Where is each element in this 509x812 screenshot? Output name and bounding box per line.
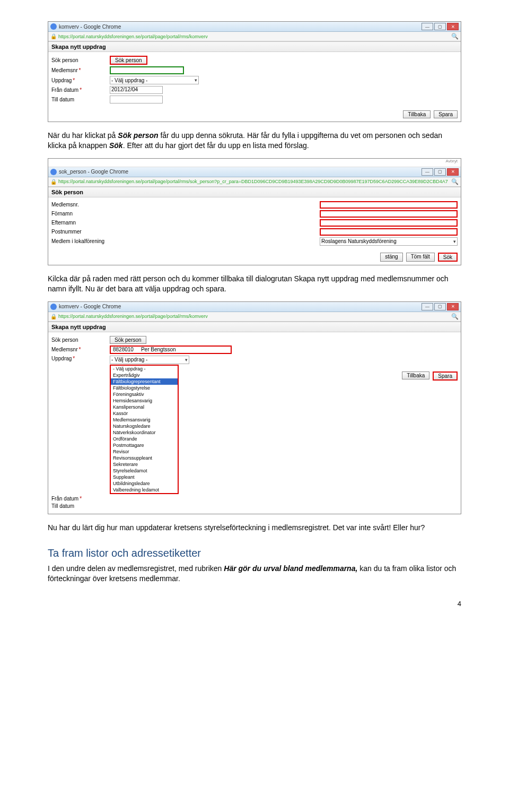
url-text: https://portal.naturskyddsforeningen.se/…	[58, 34, 448, 39]
member-name: Per Bengtsson	[141, 347, 176, 352]
uppdrag-option[interactable]: Revisorssuppleant	[111, 455, 178, 461]
maximize-button[interactable]: ▢	[434, 303, 446, 310]
label-medlemsnr: Medlemsnr.	[51, 202, 110, 208]
window-title: komverv - Google Chrome	[59, 24, 422, 30]
parent-window-hint: Avbryt	[48, 159, 461, 167]
uppdrag-option[interactable]: Medlemsansvarig	[111, 417, 178, 423]
close-button[interactable]: ✕	[447, 168, 459, 176]
uppdrag-option[interactable]: Expertrådgiv	[111, 372, 178, 378]
section-header: Sök person	[48, 187, 461, 197]
heading-ta-fram-listor: Ta fram listor och adressetiketter	[48, 547, 461, 559]
titlebar: komverv - Google Chrome — ▢ ✕	[48, 22, 461, 32]
button-row: Tillbaka Spara	[48, 108, 461, 122]
member-number: 8828010	[113, 347, 134, 352]
uppdrag-option[interactable]: Föreningsaktiv	[111, 391, 178, 398]
tillbaka-button[interactable]: Tillbaka	[402, 372, 429, 379]
address-bar: 🔒 https://portal.naturskyddsforeningen.s…	[48, 177, 461, 187]
select-value: - Välj uppdrag -	[111, 77, 147, 83]
screenshot-sok-person: Avbryt sok_person - Google Chrome — ▢ ✕ …	[48, 158, 461, 265]
uppdrag-option[interactable]: Nätverkskoordinator	[111, 429, 178, 436]
titlebar: sok_person - Google Chrome — ▢ ✕	[48, 167, 461, 177]
medlemsnr-field[interactable]	[110, 66, 184, 74]
select-value: - Välj uppdrag -	[111, 357, 147, 362]
uppdrag-option[interactable]: Suppleant	[111, 474, 178, 480]
uppdrag-option[interactable]: Hemsidesansvarig	[111, 398, 178, 404]
label-fornamn: Förnamn	[51, 211, 110, 217]
chevron-down-icon: ▾	[195, 77, 197, 83]
uppdrag-option[interactable]: Utbildningsledare	[111, 480, 178, 487]
minimize-button[interactable]: —	[422, 23, 433, 30]
minimize-button[interactable]: —	[422, 168, 433, 176]
window-title: komverv - Google Chrome	[59, 304, 422, 309]
uppdrag-option[interactable]: Valberedning ledamot	[111, 487, 178, 493]
spara-button[interactable]: Spara	[433, 372, 458, 381]
search-icon[interactable]: 🔍	[448, 313, 459, 320]
section-header: Skapa nytt uppdrag	[48, 41, 461, 52]
uppdrag-option[interactable]: Styrelseledamot	[111, 468, 178, 474]
uppdrag-option[interactable]: Naturskogsledare	[111, 423, 178, 429]
label-uppdrag: Uppdrag*	[51, 356, 110, 361]
efternamn-field[interactable]	[320, 219, 458, 227]
window-title: sok_person - Google Chrome	[59, 169, 422, 175]
forening-select[interactable]: Roslagens Naturskyddsförening ▾	[320, 237, 458, 246]
chrome-icon	[50, 304, 57, 310]
form-area: Medlemsnr. Förnamn Efternamn Postnummer …	[48, 197, 461, 250]
close-button[interactable]: ✕	[447, 23, 459, 30]
address-bar: 🔒 https://portal.naturskyddsforeningen.s…	[48, 312, 461, 322]
chrome-icon	[50, 169, 57, 175]
maximize-button[interactable]: ▢	[434, 168, 446, 176]
uppdrag-option[interactable]: Kanslipersonal	[111, 404, 178, 410]
minimize-button[interactable]: —	[422, 303, 433, 310]
uppdrag-option[interactable]: Fältbiologrepresentant	[111, 378, 178, 385]
label-till-datum: Till datum	[51, 97, 110, 102]
form-area: Sök person Sök person Medlemsnr* 8828010…	[48, 332, 461, 514]
tom-falt-button[interactable]: Töm fält	[406, 253, 435, 262]
sok-button[interactable]: Sök	[438, 253, 458, 262]
medlemsnr-field[interactable]	[320, 201, 458, 209]
label-medlemsnr: Medlemsnr*	[51, 67, 110, 73]
chevron-down-icon: ▾	[453, 239, 456, 244]
uppdrag-option[interactable]: Ordförande	[111, 436, 178, 442]
paragraph-2: Kilcka där på raden med rätt person och …	[48, 274, 461, 294]
stang-button[interactable]: stäng	[380, 253, 402, 262]
uppdrag-option[interactable]: Revisor	[111, 448, 178, 455]
label-medlem-i-lokalforening: Medlem i lokalförening	[51, 238, 131, 244]
paragraph-3: Nu har du lärt dig hur man uppdaterar kr…	[48, 523, 461, 533]
spara-button[interactable]: Spara	[434, 110, 458, 118]
maximize-button[interactable]: ▢	[434, 23, 446, 30]
uppdrag-select[interactable]: - Välj uppdrag - ▾	[110, 76, 199, 84]
uppdrag-option[interactable]: Postmottagare	[111, 442, 178, 448]
screenshot-skapa-uppdrag-1: komverv - Google Chrome — ▢ ✕ 🔒 https://…	[48, 21, 461, 122]
medlemsnr-display: 8828010 Per Bengtsson	[110, 345, 232, 354]
url-text: https://portal.naturskyddsforeningen.se/…	[58, 314, 448, 319]
close-button[interactable]: ✕	[447, 303, 459, 310]
paragraph-1: När du har klickat på Sök person får du …	[48, 131, 461, 151]
postnummer-field[interactable]	[320, 228, 458, 236]
search-icon[interactable]: 🔍	[448, 178, 459, 185]
fran-datum-field[interactable]: 2012/12/04	[110, 86, 163, 94]
page-number: 4	[48, 600, 461, 608]
uppdrag-option[interactable]: Fältbiologstyrelse	[111, 385, 178, 391]
sok-person-button[interactable]: Sök person	[110, 56, 147, 65]
tillbaka-button[interactable]: Tillbaka	[403, 110, 431, 118]
window-buttons: — ▢ ✕	[422, 303, 459, 310]
label-sok-person: Sök person	[51, 337, 110, 343]
address-bar: 🔒 https://portal.naturskyddsforeningen.s…	[48, 32, 461, 41]
label-till-datum: Till datum	[51, 503, 110, 509]
chevron-down-icon: ▾	[185, 357, 188, 362]
window-buttons: — ▢ ✕	[422, 168, 459, 176]
uppdrag-select[interactable]: - Välj uppdrag - ▾	[110, 356, 189, 364]
fornamn-field[interactable]	[320, 210, 458, 218]
uppdrag-option[interactable]: Kassör	[111, 410, 178, 417]
form-area: Sök person Sök person Medlemsnr* Uppdrag…	[48, 52, 461, 108]
uppdrag-option[interactable]: - Välj uppdrag -	[111, 366, 178, 372]
uppdrag-option[interactable]: Sekreterare	[111, 461, 178, 468]
till-datum-field[interactable]	[110, 96, 163, 103]
paragraph-4: I den undre delen av medlemsregistret, m…	[48, 564, 461, 584]
lock-icon: 🔒	[50, 33, 57, 39]
sok-person-button[interactable]: Sök person	[110, 336, 146, 344]
label-fran-datum: Från datum*	[51, 87, 110, 93]
search-icon[interactable]: 🔍	[448, 33, 459, 40]
button-row: stäng Töm fält Sök	[48, 250, 461, 265]
uppdrag-listbox[interactable]: - Välj uppdrag -ExpertrådgivFältbiologre…	[110, 365, 179, 494]
